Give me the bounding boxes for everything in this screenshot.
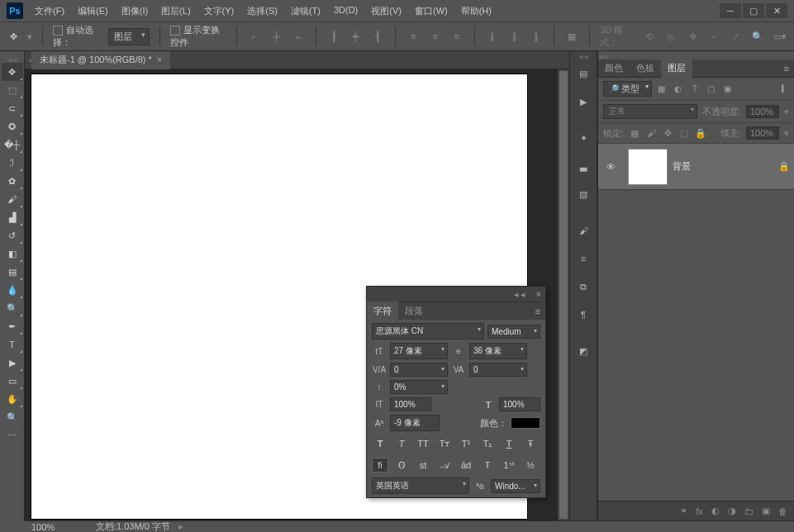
menu-image[interactable]: 图像(I) xyxy=(116,2,153,20)
workspace-menu-icon[interactable]: ▭▾ xyxy=(773,27,787,45)
distribute-top-icon[interactable]: ≡ xyxy=(406,27,421,45)
menu-view[interactable]: 视图(V) xyxy=(366,2,407,20)
actions-panel-icon[interactable]: ▶ xyxy=(571,89,596,114)
roll-3d-icon[interactable]: ◎ xyxy=(663,27,678,45)
swash-button[interactable]: 𝒜 xyxy=(436,458,453,473)
brushes-panel-icon[interactable]: 🖌 xyxy=(571,218,596,243)
align-top-icon[interactable]: ⌐ xyxy=(247,27,262,45)
distribute-vcenter-icon[interactable]: ≡ xyxy=(427,27,442,45)
link-layers-icon[interactable]: ⚭ xyxy=(680,506,687,516)
align-right-icon[interactable]: ┨ xyxy=(370,27,385,45)
layer-filter-dd[interactable]: 🔎 类型 xyxy=(603,81,652,97)
path-select-tool[interactable]: ▶ xyxy=(2,354,23,372)
menu-3d[interactable]: 3D(D) xyxy=(329,2,363,20)
filter-shape-icon[interactable]: ▢ xyxy=(705,83,718,96)
tabs-grip[interactable]: ◂◂ xyxy=(25,55,31,65)
font-size-input[interactable]: 27 像素 xyxy=(390,343,448,359)
align-vcenter-icon[interactable]: ╪ xyxy=(269,27,283,45)
layer-name[interactable]: 背景 xyxy=(673,160,774,173)
align-bottom-icon[interactable]: ⌙ xyxy=(291,27,306,45)
allcaps-button[interactable]: TT xyxy=(415,436,431,451)
new-adjustment-icon[interactable]: ◑ xyxy=(728,506,736,516)
pen-tool[interactable]: ✒ xyxy=(2,317,23,335)
minimize-button[interactable]: ─ xyxy=(720,3,741,18)
show-transform-check[interactable]: 显示变换控件 xyxy=(170,24,227,49)
document-tab[interactable]: 未标题-1 @ 100%(RGB/8) * × xyxy=(31,51,170,69)
character-panel-menu-icon[interactable]: ≡ xyxy=(530,306,545,316)
layer-lock-icon[interactable]: 🔒 xyxy=(774,161,794,172)
tracking-input[interactable]: 0 xyxy=(469,363,527,377)
history-panel-icon[interactable]: ▤ xyxy=(571,61,596,86)
clone-stamp-tool[interactable]: ▟ xyxy=(2,208,23,226)
hscale-input[interactable]: 100% xyxy=(499,397,540,411)
tab-layers[interactable]: 图层 xyxy=(661,59,692,78)
gradient-tool[interactable]: ▤ xyxy=(2,263,23,281)
panel-menu-icon[interactable]: ≡ xyxy=(779,64,794,74)
align-hcenter-icon[interactable]: ┿ xyxy=(348,27,363,45)
ordinals-button[interactable]: 1ˢᵗ xyxy=(501,458,517,473)
layer-fx-icon[interactable]: fx xyxy=(696,506,703,516)
quick-select-tool[interactable]: ✪ xyxy=(2,117,23,135)
blur-tool[interactable]: 💧 xyxy=(2,281,23,299)
discretionary-lig-button[interactable]: st xyxy=(415,458,431,473)
fractions-button[interactable]: ½ xyxy=(522,458,539,473)
eraser-tool[interactable]: ◧ xyxy=(2,245,23,263)
menu-select[interactable]: 选择(S) xyxy=(242,2,283,20)
healing-brush-tool[interactable]: ✿ xyxy=(2,172,23,190)
properties-panel-icon[interactable]: ◩ xyxy=(571,339,596,363)
menu-file[interactable]: 文件(F) xyxy=(30,2,69,20)
menu-filter[interactable]: 滤镜(T) xyxy=(286,2,326,20)
menu-layer[interactable]: 图层(L) xyxy=(156,2,195,20)
leading-input[interactable]: 36 像素 xyxy=(469,343,527,359)
dock-grip[interactable]: ◂◂ xyxy=(570,51,597,59)
new-layer-icon[interactable]: ▣ xyxy=(762,506,770,516)
contextual-alt-button[interactable]: ʘ xyxy=(393,458,410,473)
clone-source-panel-icon[interactable]: ⧉ xyxy=(571,274,596,299)
lock-all-icon[interactable]: 🔒 xyxy=(695,127,706,139)
zoom-tool[interactable]: 🔍 xyxy=(2,408,23,426)
menu-help[interactable]: 帮助(H) xyxy=(456,2,497,20)
filter-toggle-icon[interactable]: ⏽ xyxy=(776,83,789,96)
tab-swatches[interactable]: 色板 xyxy=(630,59,661,78)
strikethrough-button[interactable]: Ŧ xyxy=(522,436,539,451)
lock-pixels-icon[interactable]: 🖌 xyxy=(645,127,657,139)
layer-thumbnail[interactable] xyxy=(628,149,668,185)
filter-adjust-icon[interactable]: ◐ xyxy=(672,83,685,96)
scale-3d-icon[interactable]: ⤢ xyxy=(729,27,744,45)
tab-color[interactable]: 颜色 xyxy=(598,59,630,78)
font-family-dd[interactable]: 思源黑体 CN xyxy=(372,323,484,340)
maximize-button[interactable]: ▢ xyxy=(743,3,764,18)
baseline-input[interactable]: -9 像素 xyxy=(390,415,440,431)
shape-tool[interactable]: ▭ xyxy=(2,372,23,390)
layer-mask-icon[interactable]: ◐ xyxy=(711,506,720,516)
distribute-bottom-icon[interactable]: ≡ xyxy=(449,27,464,45)
info-panel-icon[interactable]: ▧ xyxy=(571,182,596,207)
brush-settings-panel-icon[interactable]: ≡ xyxy=(571,246,596,271)
distribute-right-icon[interactable]: ∥ xyxy=(529,27,544,45)
menu-text[interactable]: 文字(Y) xyxy=(199,2,240,20)
text-color-swatch[interactable] xyxy=(511,417,540,429)
layer-row[interactable]: 👁 背景 🔒 xyxy=(598,144,794,190)
dodge-tool[interactable]: 🔍 xyxy=(2,299,23,317)
menu-edit[interactable]: 编辑(E) xyxy=(73,2,113,20)
orbit-3d-icon[interactable]: ⟲ xyxy=(641,27,656,45)
filter-pixel-icon[interactable]: ▦ xyxy=(655,83,668,96)
align-left-icon[interactable]: ┠ xyxy=(326,27,341,45)
close-tab-icon[interactable]: × xyxy=(157,55,162,64)
history-brush-tool[interactable]: ↺ xyxy=(2,226,23,245)
tools-grip[interactable]: ◂◂ xyxy=(0,55,24,63)
crop-tool[interactable]: �┼ xyxy=(2,135,23,154)
smallcaps-button[interactable]: Tᴛ xyxy=(436,436,453,451)
lock-artboard-icon[interactable]: ▢ xyxy=(678,127,690,139)
auto-align-icon[interactable]: ▦ xyxy=(564,27,579,45)
filter-smart-icon[interactable]: ▣ xyxy=(721,83,735,96)
tab-paragraph[interactable]: 段落 xyxy=(398,302,430,321)
type-tool[interactable]: T xyxy=(2,335,23,354)
vertical-scrollbar[interactable] xyxy=(558,69,569,520)
eyedropper-tool[interactable]: ℐ xyxy=(2,154,23,172)
move-tool[interactable]: ✥ xyxy=(2,63,23,81)
document-info[interactable]: 文档:1.03M/0 字节 xyxy=(83,520,170,532)
kerning-input[interactable]: 0 xyxy=(390,363,448,377)
visibility-toggle-icon[interactable]: 👁 xyxy=(598,162,623,172)
panel-close-icon[interactable]: × xyxy=(532,289,545,299)
